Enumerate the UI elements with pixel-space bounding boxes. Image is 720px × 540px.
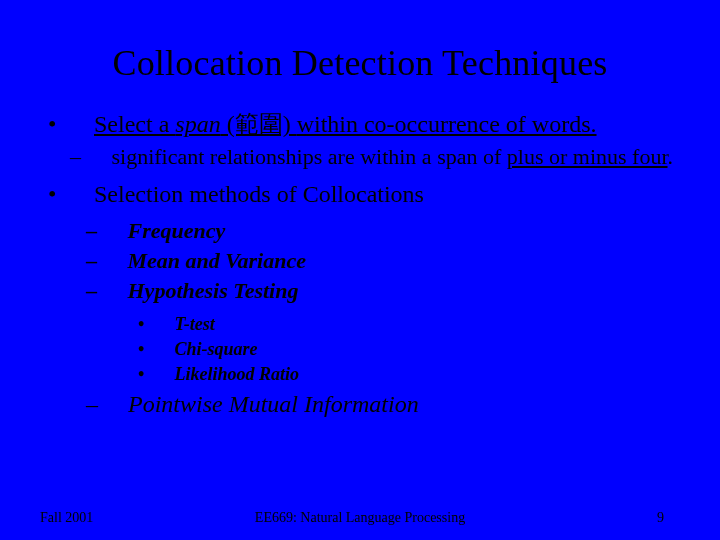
test-t-test: • T-test xyxy=(88,314,680,335)
sub-significant: – significant relationships are within a… xyxy=(88,144,680,169)
slide: Collocation Detection Techniques • Selec… xyxy=(0,0,720,540)
dot-icon: • xyxy=(154,364,170,385)
text-mean-variance: Mean and Variance xyxy=(128,248,306,273)
slide-content: • Select a span (範圍) within co-occurrenc… xyxy=(0,108,720,418)
footer-page-number: 9 xyxy=(657,510,664,526)
text-likelihood-ratio: Likelihood Ratio xyxy=(175,364,300,384)
dash-icon: – xyxy=(104,218,122,244)
dash-icon: – xyxy=(104,391,122,418)
text-chi-square: Chi-square xyxy=(175,339,258,359)
bullet-selection-methods: • Selection methods of Collocations xyxy=(88,181,680,208)
text-sig-post: . xyxy=(668,144,674,169)
method-frequency: – Frequency xyxy=(88,218,680,244)
text-hypothesis-testing: Hypothesis Testing xyxy=(128,278,299,303)
text-sig-pre: significant relationships are within a s… xyxy=(112,144,507,169)
test-chi-square: • Chi-square xyxy=(88,339,680,360)
text-pmi: Pointwise Mutual Information xyxy=(128,391,419,417)
bullet-select-span: • Select a span (範圍) within co-occurrenc… xyxy=(88,108,680,140)
dot-icon: • xyxy=(154,314,170,335)
footer-center: EE669: Natural Language Processing xyxy=(0,510,720,526)
dash-icon: – xyxy=(88,144,106,169)
text-span-post: within co-occurrence of words. xyxy=(297,111,597,137)
test-likelihood-ratio: • Likelihood Ratio xyxy=(88,364,680,385)
bullet-icon: • xyxy=(68,181,88,208)
dash-icon: – xyxy=(104,278,122,304)
bullet-icon: • xyxy=(68,111,88,138)
text-span-paren: (範圍) xyxy=(221,111,297,137)
text-sig-pmfour: plus or minus four xyxy=(507,144,668,169)
text-select-a: Select a xyxy=(94,111,175,137)
text-selection-methods: Selection methods of Collocations xyxy=(94,181,424,207)
method-pmi: – Pointwise Mutual Information xyxy=(88,391,680,418)
method-hypothesis-testing: – Hypothesis Testing xyxy=(88,278,680,304)
text-t-test: T-test xyxy=(175,314,215,334)
dash-icon: – xyxy=(104,248,122,274)
method-mean-variance: – Mean and Variance xyxy=(88,248,680,274)
text-frequency: Frequency xyxy=(128,218,226,243)
text-span-word: span xyxy=(175,111,220,137)
dot-icon: • xyxy=(154,339,170,360)
slide-title: Collocation Detection Techniques xyxy=(0,0,720,108)
